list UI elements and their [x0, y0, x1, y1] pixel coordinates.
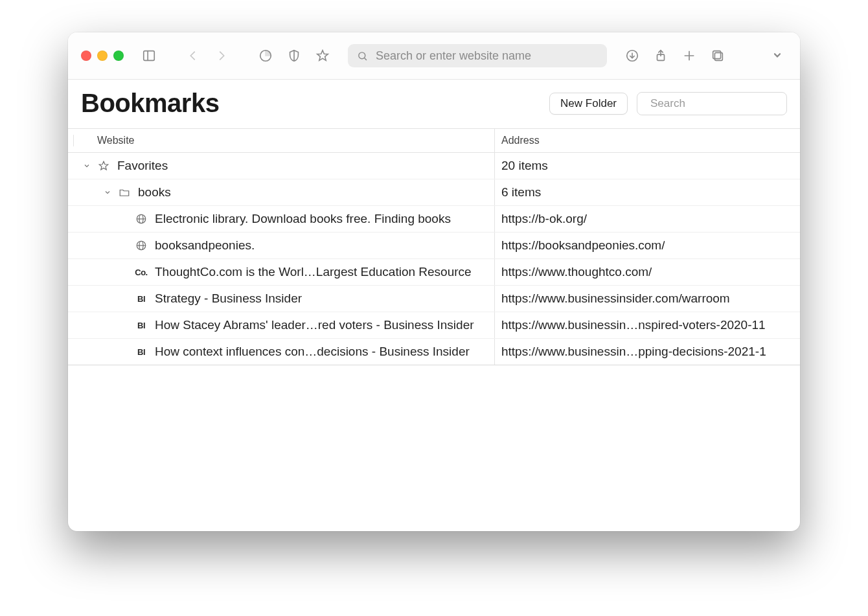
header-actions: New Folder: [549, 92, 787, 115]
safari-window: Bookmarks New Folder Website Address: [68, 32, 800, 531]
bookmarks-search-input[interactable]: [649, 97, 789, 111]
table-header: Website Address: [68, 128, 800, 153]
folder-label: books: [138, 185, 171, 200]
bookmark-url: https://booksandpeonies.com/: [501, 238, 665, 253]
window-controls: [81, 51, 124, 61]
folder-icon: [117, 185, 131, 200]
bookmark-title: Electronic library. Download books free.…: [155, 212, 451, 226]
bookmark-row[interactable]: booksandpeonies. https://booksandpeonies…: [68, 233, 800, 259]
overflow-button[interactable]: [768, 46, 787, 65]
star-icon: [97, 159, 111, 173]
column-address[interactable]: Address: [494, 129, 800, 152]
close-window-button[interactable]: [81, 51, 91, 61]
svg-rect-0: [144, 51, 155, 61]
sidebar-toggle-button[interactable]: [139, 46, 159, 65]
bookmark-url: https://www.businessinsider.com/warroom: [501, 291, 730, 306]
favicon-businessinsider: BI: [134, 318, 148, 332]
favicon-businessinsider: BI: [134, 345, 148, 359]
bookmark-title: Strategy - Business Insider: [155, 291, 302, 306]
folder-label: Favorites: [117, 159, 168, 173]
bookmark-title: booksandpeonies.: [155, 238, 255, 253]
privacy-report-icon[interactable]: [256, 46, 275, 65]
globe-icon: [134, 212, 148, 226]
downloads-button[interactable]: [622, 46, 642, 65]
bookmarks-table: Website Address Favorites 20 items: [68, 128, 800, 531]
column-website[interactable]: Website: [73, 135, 494, 146]
minimize-window-button[interactable]: [97, 51, 108, 61]
favicon-thoughtco: Co.: [134, 265, 148, 279]
favicon-businessinsider: BI: [134, 291, 148, 306]
shield-icon[interactable]: [284, 46, 304, 65]
bookmark-row[interactable]: BI How Stacey Abrams' leader…red voters …: [68, 312, 800, 339]
bookmark-row[interactable]: Co. ThoughtCo.com is the Worl…Largest Ed…: [68, 259, 800, 286]
bookmark-row[interactable]: Electronic library. Download books free.…: [68, 206, 800, 233]
svg-marker-17: [99, 161, 108, 170]
bookmark-row[interactable]: BI Strategy - Business Insider https://w…: [68, 286, 800, 312]
browser-toolbar: [68, 32, 800, 80]
item-count: 20 items: [501, 159, 548, 173]
bookmark-title: How context influences con…decisions - B…: [155, 345, 470, 359]
bookmark-url: https://b-ok.org/: [501, 212, 587, 226]
bookmark-url: https://www.thoughtco.com/: [501, 265, 652, 279]
bookmark-title: ThoughtCo.com is the Worl…Largest Educat…: [155, 265, 472, 279]
svg-rect-13: [714, 52, 722, 60]
folder-row-books[interactable]: books 6 items: [68, 179, 800, 206]
page-title: Bookmarks: [81, 89, 219, 118]
share-button[interactable]: [651, 46, 670, 65]
zoom-window-button[interactable]: [113, 51, 124, 61]
new-folder-button[interactable]: New Folder: [549, 93, 628, 115]
chevron-down-icon[interactable]: [102, 188, 113, 196]
svg-line-6: [364, 58, 367, 60]
address-input[interactable]: [374, 49, 598, 63]
svg-rect-14: [713, 51, 721, 59]
search-icon: [357, 51, 368, 62]
folder-row-favorites[interactable]: Favorites 20 items: [68, 153, 800, 179]
bookmark-url: https://www.businessin…nspired-voters-20…: [501, 318, 766, 332]
bookmark-title: How Stacey Abrams' leader…red voters - B…: [155, 318, 474, 332]
item-count: 6 items: [501, 185, 541, 200]
back-button[interactable]: [183, 46, 203, 65]
new-tab-button[interactable]: [680, 46, 699, 65]
svg-marker-4: [317, 51, 328, 61]
globe-icon: [134, 238, 148, 253]
bookmarks-star-icon[interactable]: [313, 46, 332, 65]
bookmark-row[interactable]: BI How context influences con…decisions …: [68, 339, 800, 365]
tabs-overview-button[interactable]: [708, 46, 727, 65]
page-header: Bookmarks New Folder: [68, 80, 800, 128]
svg-point-5: [359, 52, 365, 58]
address-bar[interactable]: [348, 44, 607, 67]
forward-button[interactable]: [212, 46, 231, 65]
chevron-down-icon[interactable]: [81, 162, 93, 170]
bookmark-url: https://www.businessin…pping-decisions-2…: [501, 345, 766, 359]
bookmarks-search[interactable]: [637, 92, 787, 115]
